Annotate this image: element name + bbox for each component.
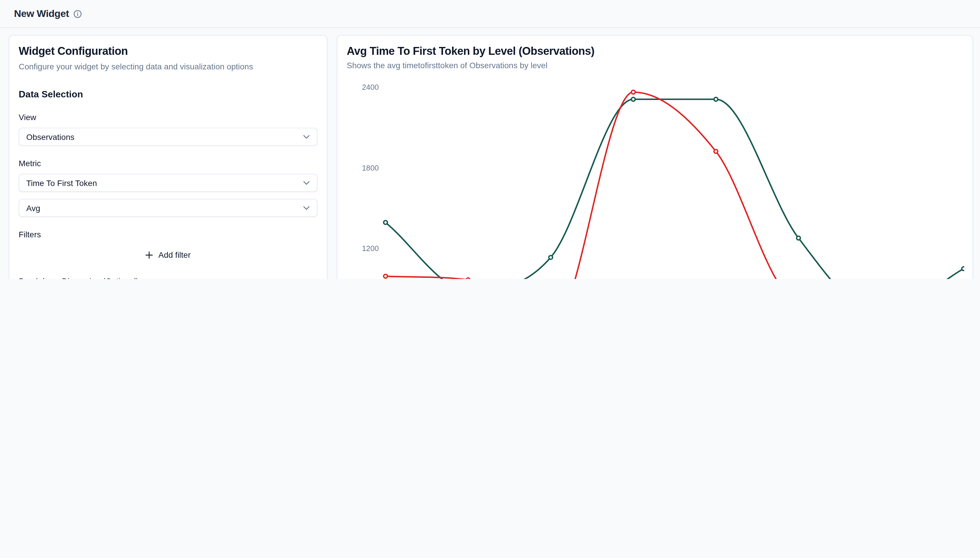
view-label: View bbox=[19, 112, 318, 123]
metric-label: Metric bbox=[19, 158, 318, 169]
preview-subtitle: Shows the avg timetofirsttoken of Observ… bbox=[347, 59, 963, 71]
chevron-down-icon bbox=[303, 205, 310, 210]
svg-text:1800: 1800 bbox=[362, 164, 379, 172]
preview-title: Avg Time To First Token by Level (Observ… bbox=[347, 45, 963, 58]
chevron-down-icon bbox=[303, 135, 310, 139]
add-filter-label: Add filter bbox=[158, 250, 191, 259]
aggregation-select-value: Avg bbox=[26, 203, 40, 213]
view-select[interactable]: Observations bbox=[19, 128, 318, 146]
view-select-value: Observations bbox=[26, 132, 74, 141]
svg-text:1200: 1200 bbox=[362, 244, 379, 253]
chevron-down-icon bbox=[303, 181, 310, 185]
svg-text:2400: 2400 bbox=[362, 83, 379, 92]
filters-label: Filters bbox=[19, 228, 318, 240]
main-content: Widget Configuration Configure your widg… bbox=[0, 28, 980, 279]
line-chart: 06001200180024005/14/25, 02:00 AM5/15/25… bbox=[347, 76, 963, 279]
widget-configuration-panel: Widget Configuration Configure your widg… bbox=[9, 35, 328, 279]
widget-preview-panel: Avg Time To First Token by Level (Observ… bbox=[337, 35, 973, 279]
metric-select[interactable]: Time To First Token bbox=[19, 174, 318, 192]
page-header: New Widget bbox=[0, 0, 980, 28]
metric-select-value: Time To First Token bbox=[26, 178, 97, 187]
config-title: Widget Configuration bbox=[19, 45, 318, 58]
app-window: New Widget Widget Configuration Configur… bbox=[0, 0, 980, 279]
config-subtitle: Configure your widget by selecting data … bbox=[19, 61, 318, 72]
plus-icon bbox=[146, 251, 153, 259]
add-filter-button[interactable]: Add filter bbox=[19, 246, 318, 264]
data-selection-heading: Data Selection bbox=[19, 89, 318, 100]
breakdown-label: Breakdown Dimension (Optional) bbox=[19, 275, 318, 279]
page-title: New Widget bbox=[14, 8, 69, 20]
info-icon[interactable] bbox=[74, 10, 82, 18]
aggregation-select[interactable]: Avg bbox=[19, 199, 318, 217]
